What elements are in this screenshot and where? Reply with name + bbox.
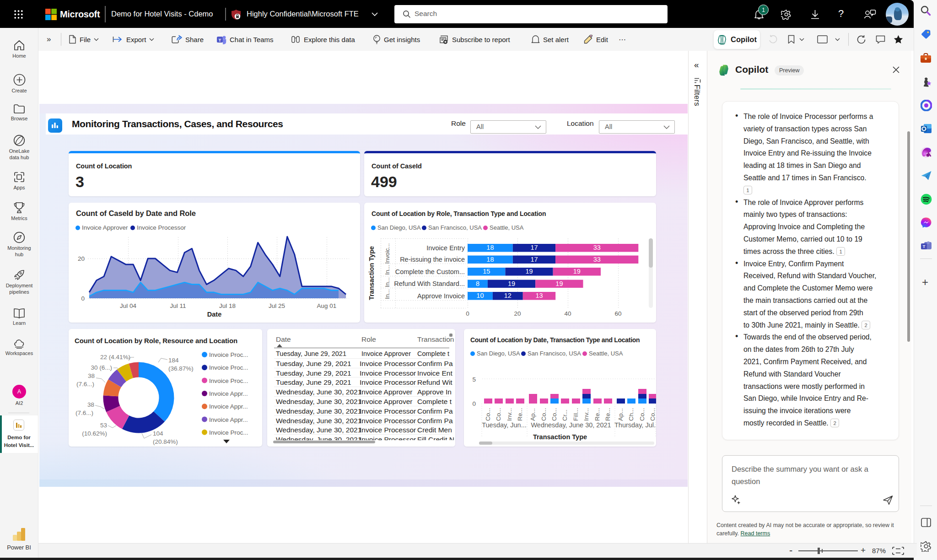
svg-text:40: 40 xyxy=(564,310,571,317)
svg-text:Invoice Appr...: Invoice Appr... xyxy=(209,390,248,397)
svg-text:Invoice Appr...: Invoice Appr... xyxy=(209,416,248,423)
svg-text:Invoice Proc...: Invoice Proc... xyxy=(209,377,248,384)
svg-text:5: 5 xyxy=(472,376,476,383)
svg-text:19: 19 xyxy=(508,280,515,287)
svg-text:30 (6...): 30 (6...) xyxy=(91,364,112,371)
svg-text:T: T xyxy=(219,37,221,42)
svg-text:8: 8 xyxy=(476,280,479,287)
svg-text:53: 53 xyxy=(100,422,107,429)
svg-text:Co...: Co... xyxy=(485,408,491,421)
svg-text:Co...: Co... xyxy=(495,408,502,421)
svg-text:15: 15 xyxy=(483,268,490,275)
svg-text:Co...: Co... xyxy=(639,408,646,421)
svg-text:10: 10 xyxy=(476,292,484,299)
svg-text:Re-issuing the invoice: Re-issuing the invoice xyxy=(400,256,465,263)
svg-text:Co...: Co... xyxy=(551,408,558,421)
svg-text:Inv...: Inv... xyxy=(583,408,590,421)
svg-text:Invoice Entry: Invoice Entry xyxy=(426,244,465,252)
svg-text:In...: In... xyxy=(384,277,391,287)
svg-text:Invoic...: Invoic... xyxy=(384,243,391,264)
svg-text:Ap...: Ap... xyxy=(529,408,536,421)
svg-text:Invoice Proc...: Invoice Proc... xyxy=(209,429,248,436)
svg-text:(36.87%): (36.87%) xyxy=(168,365,194,372)
svg-text:104: 104 xyxy=(153,430,163,437)
svg-text:(10.62%): (10.62%) xyxy=(82,430,107,437)
svg-text:Co...: Co... xyxy=(649,408,656,421)
svg-text:22 (4.41%): 22 (4.41%) xyxy=(100,354,130,361)
svg-text:Fill...: Fill... xyxy=(572,408,579,421)
svg-text:18: 18 xyxy=(486,256,494,263)
svg-text:38: 38 xyxy=(88,372,95,379)
svg-text:Ap...: Ap... xyxy=(617,408,624,421)
svg-text:19: 19 xyxy=(555,280,563,287)
svg-text:Ch...: Ch... xyxy=(628,408,635,421)
svg-text:Tuesday, Jun...: Tuesday, Jun... xyxy=(482,421,527,429)
svg-text:19: 19 xyxy=(525,268,533,275)
svg-text:38: 38 xyxy=(87,401,94,408)
svg-text:184: 184 xyxy=(168,357,179,364)
svg-text:Complete the Custom...: Complete the Custom... xyxy=(395,268,465,275)
svg-text:Jul 18: Jul 18 xyxy=(219,302,236,309)
svg-text:0: 0 xyxy=(472,400,476,407)
svg-text:Re...: Re... xyxy=(517,408,523,421)
svg-text:Invoice Proc...: Invoice Proc... xyxy=(209,351,248,358)
svg-text:Invoice Appr...: Invoice Appr... xyxy=(209,403,248,410)
svg-text:13: 13 xyxy=(535,292,543,299)
svg-text:Jul 11: Jul 11 xyxy=(170,302,186,309)
svg-text:Transaction Type: Transaction Type xyxy=(368,246,375,300)
svg-text:20: 20 xyxy=(514,310,521,317)
svg-text:Re...: Re... xyxy=(594,408,601,421)
svg-text:20: 20 xyxy=(78,255,85,262)
svg-text:(7.6...): (7.6...) xyxy=(75,409,93,416)
svg-text:Wednesday, June 30, 2021: Wednesday, June 30, 2021 xyxy=(531,421,611,429)
svg-text:(7.6...): (7.6...) xyxy=(76,381,94,388)
svg-text:33: 33 xyxy=(593,256,601,263)
svg-text:Refund With Standard...: Refund With Standard... xyxy=(394,280,465,287)
svg-text:19: 19 xyxy=(573,268,581,275)
svg-text:Jul 25: Jul 25 xyxy=(269,302,285,309)
svg-text:0: 0 xyxy=(81,295,85,302)
svg-text:Co...: Co... xyxy=(540,408,547,421)
svg-text:Cr...: Cr... xyxy=(561,409,568,421)
svg-text:Aug 01: Aug 01 xyxy=(317,302,337,309)
svg-text:Inv...: Inv... xyxy=(506,408,513,421)
svg-text:Jul 04: Jul 04 xyxy=(120,302,137,309)
svg-text:Invoice Proc...: Invoice Proc... xyxy=(209,364,248,371)
svg-text:17: 17 xyxy=(530,256,538,263)
svg-text:12: 12 xyxy=(504,292,512,299)
svg-text:33: 33 xyxy=(593,244,601,251)
svg-text:T: T xyxy=(923,244,926,249)
svg-text:(20.84%): (20.84%) xyxy=(153,438,178,445)
svg-text:Re...: Re... xyxy=(604,408,611,421)
svg-text:Thursday, Jul...: Thursday, Jul... xyxy=(614,421,656,429)
svg-text:60: 60 xyxy=(614,310,621,317)
svg-text:0: 0 xyxy=(466,310,469,317)
svg-text:17: 17 xyxy=(530,244,538,251)
svg-text:Approve Invoice: Approve Invoice xyxy=(417,292,465,300)
svg-text:18: 18 xyxy=(486,244,494,251)
svg-text:In...: In... xyxy=(384,289,391,299)
svg-text:In...: In... xyxy=(384,265,391,275)
